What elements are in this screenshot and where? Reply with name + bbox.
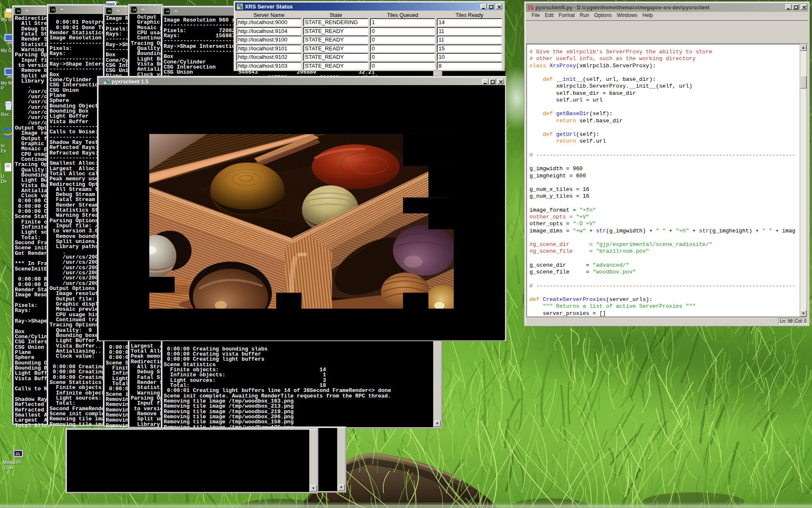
svg-text:Tk: Tk <box>527 5 534 11</box>
svg-text:21: 21 <box>16 452 20 456</box>
